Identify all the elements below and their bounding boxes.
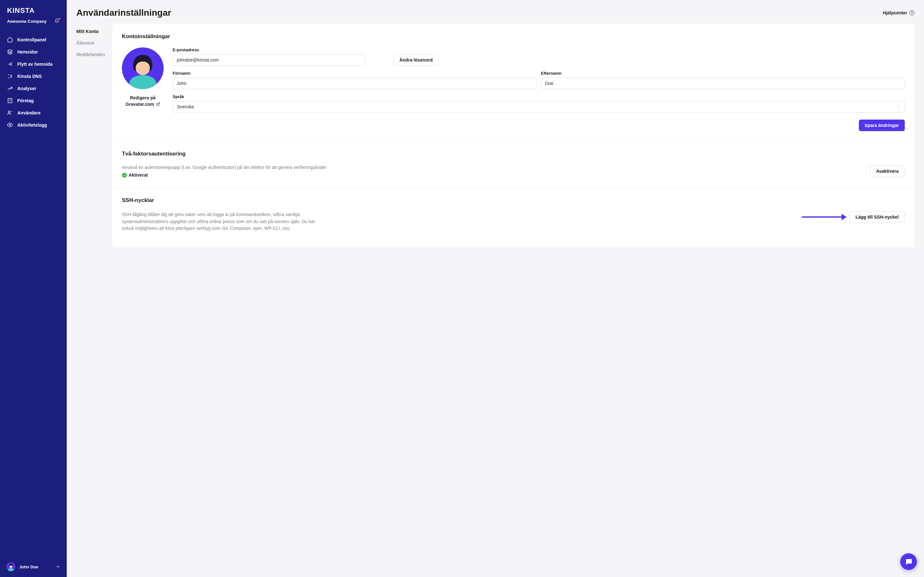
ssh-description: SSH tillgång tillåter dig att göra saker… — [122, 211, 321, 232]
language-label: Språk — [173, 94, 905, 99]
main-content: Användarinställningar Hjälpcenter ? Mitt… — [67, 0, 924, 577]
sidebar-item-label: Aktivitetslogg — [17, 122, 47, 127]
sidebar-item-dns[interactable]: Kinsta DNS — [0, 71, 67, 82]
notifications-bell[interactable] — [55, 19, 60, 24]
page-title: Användarinställningar — [76, 8, 171, 18]
firstname-input[interactable] — [173, 77, 536, 89]
help-icon: ? — [909, 10, 914, 15]
subnav: Mitt Konto Åtkomst Meddelanden — [76, 24, 112, 60]
dns-icon — [7, 73, 13, 79]
sidebar-item-label: Hemsidor — [17, 49, 38, 55]
sidebar-item-label: Användare — [17, 110, 40, 115]
subnav-meddelanden[interactable]: Meddelanden — [76, 49, 112, 60]
svg-marker-0 — [8, 50, 13, 52]
lastname-label: Efternamn — [541, 71, 905, 76]
analytics-icon — [7, 85, 13, 91]
sidebar-item-analyser[interactable]: Analyser — [0, 83, 67, 94]
topbar: Användarinställningar Hjälpcenter ? — [67, 0, 924, 24]
sidebar-item-label: Kontrollpanel — [17, 37, 46, 42]
twofa-description: Använd en autentiseringsapp (t.ex. Googl… — [122, 165, 864, 170]
layers-icon — [7, 49, 13, 55]
svg-point-2 — [8, 111, 10, 113]
twofa-section: Två-faktorsautentisering Använd en auten… — [112, 141, 914, 187]
helpcenter-link[interactable]: Hjälpcenter ? — [883, 10, 914, 15]
language-select[interactable]: Svenska — [173, 101, 905, 113]
chevron-down-icon — [897, 105, 901, 109]
footer-username: John Doe — [19, 564, 52, 569]
svg-line-4 — [158, 103, 160, 105]
firstname-label: Förnamn — [173, 71, 536, 76]
migrate-icon — [7, 61, 13, 67]
company-name: Awesome Company — [7, 19, 47, 24]
sidebar-item-aktivitetslogg[interactable]: Aktivitetslogg — [0, 119, 67, 131]
change-password-button[interactable]: Ändra lösenord — [393, 54, 439, 66]
notification-dot-icon — [58, 18, 60, 20]
external-link-icon — [156, 102, 160, 105]
sidebar-item-label: Kinsta DNS — [17, 74, 42, 79]
company-icon — [7, 98, 13, 103]
sidebar-item-kontrollpanel[interactable]: Kontrollpanel — [0, 34, 67, 45]
helpcenter-label: Hjälpcenter — [883, 10, 907, 15]
twofa-section-title: Två-faktorsautentisering — [122, 151, 905, 157]
sidebar-item-label: Analyser — [17, 86, 36, 91]
subnav-atkomst[interactable]: Åtkomst — [76, 37, 112, 49]
sidebar-nav: Kontrollpanel Hemsidor Flytt av hemsida … — [0, 34, 67, 131]
home-icon — [7, 37, 13, 43]
users-icon — [7, 110, 13, 116]
sidebar-item-anvandare[interactable]: Användare — [0, 107, 67, 119]
svg-point-3 — [9, 124, 11, 126]
subnav-mitt-konto[interactable]: Mitt Konto — [76, 26, 112, 37]
gravatar-line1: Redigera på — [130, 95, 156, 100]
lastname-input[interactable] — [541, 77, 905, 89]
twofa-status-label: Aktiverat — [129, 172, 148, 177]
chat-icon — [905, 558, 913, 566]
ssh-section-title: SSH-nycklar — [122, 197, 905, 203]
sidebar: KINSTA Awesome Company Kontrollpanel Hem… — [0, 0, 67, 577]
eye-icon — [7, 122, 13, 128]
brand-logo[interactable]: KINSTA — [7, 6, 60, 15]
gravatar-link[interactable]: Redigera på Gravatar.com — [122, 95, 164, 107]
brand-text: KINSTA — [7, 6, 35, 15]
chat-fab[interactable] — [900, 553, 917, 570]
sidebar-item-label: Företag — [17, 98, 34, 103]
user-avatar-small — [6, 562, 15, 571]
sidebar-item-flytt[interactable]: Flytt av hemsida — [0, 58, 67, 70]
account-section-title: Kontoinställningar — [122, 33, 905, 40]
add-ssh-key-button[interactable]: Lägg till SSH-nyckel — [849, 211, 905, 223]
save-button[interactable]: Spara ändringar — [859, 119, 905, 131]
chevron-up-icon — [56, 564, 60, 569]
svg-rect-1 — [8, 98, 12, 103]
sidebar-item-foretag[interactable]: Företag — [0, 95, 67, 106]
sidebar-user-footer[interactable]: John Doe — [0, 558, 67, 577]
twofa-status: Aktiverat — [122, 172, 864, 177]
check-circle-icon — [122, 173, 127, 177]
arrow-annotation-icon — [802, 214, 846, 219]
language-value: Svenska — [177, 104, 194, 109]
deactivate-2fa-button[interactable]: Avaktivera — [870, 165, 905, 177]
gravatar-line2: Gravatar.com — [126, 102, 154, 107]
ssh-section: SSH-nycklar SSH tillgång tillåter dig at… — [112, 187, 914, 247]
user-avatar-large — [122, 47, 164, 89]
account-section: Kontoinställningar Redigera på — [112, 24, 914, 141]
email-input[interactable] — [173, 54, 365, 66]
settings-panel: Kontoinställningar Redigera på — [112, 24, 914, 247]
sidebar-item-label: Flytt av hemsida — [17, 61, 53, 67]
sidebar-item-hemsidor[interactable]: Hemsidor — [0, 46, 67, 58]
email-label: E-postadress — [173, 47, 365, 52]
